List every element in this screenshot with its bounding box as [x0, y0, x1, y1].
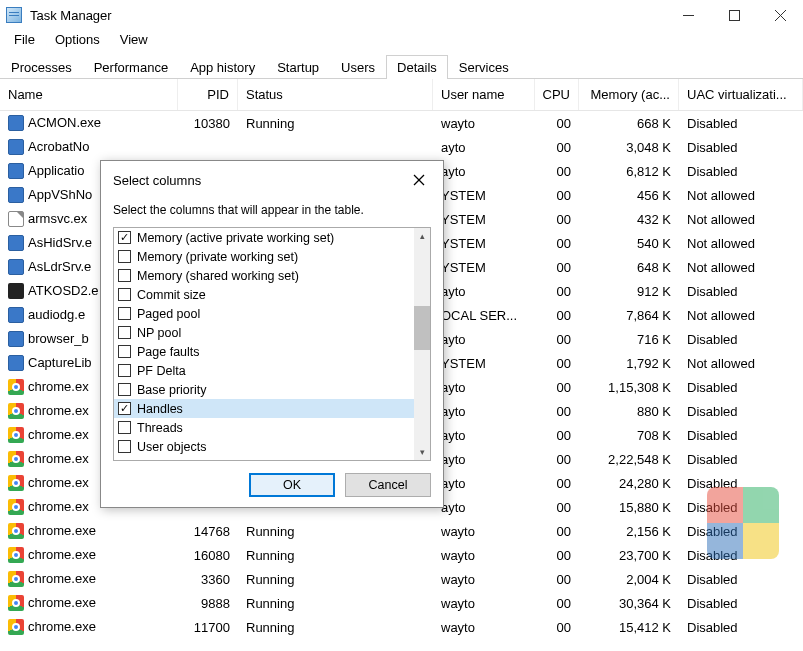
cell-pid: 14768 — [178, 524, 238, 539]
process-icon — [8, 307, 24, 323]
col-status[interactable]: Status — [238, 79, 433, 110]
process-icon — [8, 571, 24, 587]
cell-cpu: 00 — [535, 620, 579, 635]
cell-uac: Disabled — [679, 596, 803, 611]
scroll-up-icon[interactable]: ▴ — [414, 228, 430, 244]
checkbox[interactable] — [118, 345, 131, 358]
cell-mem: 3,048 K — [579, 140, 679, 155]
process-name: AsHidSrv.e — [28, 235, 92, 250]
table-row[interactable]: chrome.exe3360Runningwayto002,004 KDisab… — [0, 567, 803, 591]
checkbox[interactable] — [118, 307, 131, 320]
svg-rect-1 — [729, 10, 739, 20]
cell-mem: 648 K — [579, 260, 679, 275]
cell-mem: 708 K — [579, 428, 679, 443]
menu-options[interactable]: Options — [45, 30, 110, 52]
cell-mem: 2,004 K — [579, 572, 679, 587]
cell-mem: 7,864 K — [579, 308, 679, 323]
column-list[interactable]: Memory (active private working set)Memor… — [113, 227, 431, 461]
cell-uac: Disabled — [679, 548, 803, 563]
table-row[interactable]: ACMON.exe10380Runningwayto00668 KDisable… — [0, 111, 803, 135]
cell-pid: 11700 — [178, 620, 238, 635]
column-option[interactable]: Threads — [114, 418, 414, 437]
col-cpu[interactable]: CPU — [535, 79, 579, 110]
column-option[interactable]: Memory (private working set) — [114, 247, 414, 266]
table-row[interactable]: chrome.exe9888Runningwayto0030,364 KDisa… — [0, 591, 803, 615]
cell-user: OCAL SER... — [433, 308, 535, 323]
checkbox[interactable] — [118, 383, 131, 396]
table-row[interactable]: chrome.exe14768Runningwayto002,156 KDisa… — [0, 519, 803, 543]
ok-button[interactable]: OK — [249, 473, 335, 497]
col-name[interactable]: Name — [0, 79, 178, 110]
cell-uac: Disabled — [679, 620, 803, 635]
cell-pid: 9888 — [178, 596, 238, 611]
column-option-label: Memory (active private working set) — [137, 231, 334, 245]
col-pid[interactable]: PID — [178, 79, 238, 110]
tab-performance[interactable]: Performance — [83, 55, 179, 79]
cancel-button[interactable]: Cancel — [345, 473, 431, 497]
grid-header: Name PID Status User name CPU Memory (ac… — [0, 79, 803, 111]
column-option-label: Commit size — [137, 288, 206, 302]
table-row[interactable]: chrome.exe16080Runningwayto0023,700 KDis… — [0, 543, 803, 567]
checkbox[interactable] — [118, 231, 131, 244]
column-option[interactable]: Memory (active private working set) — [114, 228, 414, 247]
column-option-label: User objects — [137, 440, 206, 454]
cell-user: wayto — [433, 596, 535, 611]
column-option[interactable]: NP pool — [114, 323, 414, 342]
column-option[interactable]: Base priority — [114, 380, 414, 399]
cell-uac: Disabled — [679, 116, 803, 131]
close-button[interactable] — [757, 0, 803, 30]
app-icon — [6, 7, 22, 23]
checkbox[interactable] — [118, 421, 131, 434]
cell-pid: 16080 — [178, 548, 238, 563]
checkbox[interactable] — [118, 326, 131, 339]
column-option[interactable]: Memory (shared working set) — [114, 266, 414, 285]
titlebar: Task Manager — [0, 0, 803, 30]
column-option-label: Handles — [137, 402, 183, 416]
col-user[interactable]: User name — [433, 79, 535, 110]
minimize-button[interactable] — [665, 0, 711, 30]
dialog-titlebar: Select columns — [101, 161, 443, 197]
menu-view[interactable]: View — [110, 30, 158, 52]
checkbox[interactable] — [118, 364, 131, 377]
cell-mem: 2,156 K — [579, 524, 679, 539]
column-option[interactable]: PF Delta — [114, 361, 414, 380]
cell-cpu: 00 — [535, 596, 579, 611]
checkbox[interactable] — [118, 269, 131, 282]
checkbox[interactable] — [118, 440, 131, 453]
cell-cpu: 00 — [535, 140, 579, 155]
column-option[interactable]: Handles — [114, 399, 414, 418]
scroll-down-icon[interactable]: ▾ — [414, 444, 430, 460]
tab-processes[interactable]: Processes — [0, 55, 83, 79]
process-name: browser_b — [28, 331, 89, 346]
tab-services[interactable]: Services — [448, 55, 520, 79]
cell-user: YSTEM — [433, 236, 535, 251]
column-option[interactable]: User objects — [114, 437, 414, 456]
table-row[interactable]: AcrobatNoayto003,048 KDisabled — [0, 135, 803, 159]
tab-details[interactable]: Details — [386, 55, 448, 79]
col-mem[interactable]: Memory (ac... — [579, 79, 679, 110]
cell-uac: Disabled — [679, 428, 803, 443]
cell-uac: Disabled — [679, 500, 803, 515]
tab-users[interactable]: Users — [330, 55, 386, 79]
tabbar: ProcessesPerformanceApp historyStartupUs… — [0, 54, 803, 79]
checkbox[interactable] — [118, 250, 131, 263]
cell-cpu: 00 — [535, 428, 579, 443]
col-uac[interactable]: UAC virtualizati... — [679, 79, 803, 110]
cell-user: ayto — [433, 140, 535, 155]
tab-startup[interactable]: Startup — [266, 55, 330, 79]
maximize-button[interactable] — [711, 0, 757, 30]
checkbox[interactable] — [118, 402, 131, 415]
column-option-label: Page faults — [137, 345, 200, 359]
column-option[interactable]: Paged pool — [114, 304, 414, 323]
checkbox[interactable] — [118, 288, 131, 301]
menu-file[interactable]: File — [4, 30, 45, 52]
scroll-thumb[interactable] — [414, 306, 430, 350]
dialog-close-button[interactable] — [405, 169, 433, 191]
process-icon — [8, 595, 24, 611]
table-row[interactable]: chrome.exe11700Runningwayto0015,412 KDis… — [0, 615, 803, 639]
process-name: chrome.ex — [28, 403, 89, 418]
column-option[interactable]: Commit size — [114, 285, 414, 304]
column-option[interactable]: Page faults — [114, 342, 414, 361]
list-scrollbar[interactable]: ▴ ▾ — [414, 228, 430, 460]
tab-app-history[interactable]: App history — [179, 55, 266, 79]
